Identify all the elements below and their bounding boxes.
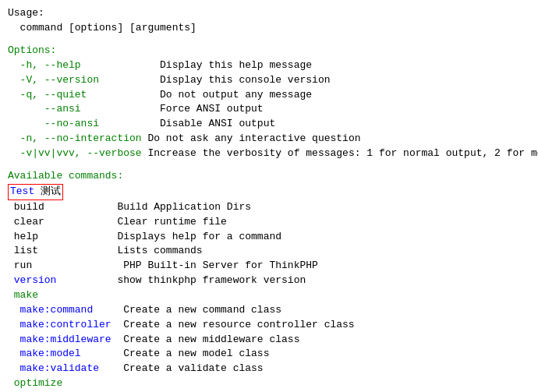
command-name: make:controller	[8, 319, 111, 330]
highlighted-command: Test测试	[8, 184, 63, 200]
command-desc: Create a new model class	[81, 348, 270, 359]
option-flag: -n, --no-interaction	[8, 132, 142, 144]
terminal-line: -n, --no-interaction Do not ask any inte…	[8, 132, 530, 147]
option-flag: -V, --version	[8, 74, 99, 86]
section-header: make	[8, 289, 38, 301]
terminal-line: Options:	[8, 44, 530, 58]
terminal-window: Usage: command [options] [arguments] Opt…	[0, 0, 538, 392]
terminal-line: make	[8, 288, 530, 303]
terminal-line	[8, 161, 530, 169]
terminal-line: command [options] [arguments]	[8, 21, 530, 36]
option-flag: -q, --quiet	[8, 89, 87, 101]
section-header: optimize	[8, 377, 62, 389]
terminal-line: make:model Create a new model class	[8, 347, 530, 362]
terminal-line: run PHP Built-in Server for ThinkPHP	[8, 259, 530, 274]
terminal-line: optimize	[8, 376, 530, 391]
option-desc: Do not output any message	[87, 89, 312, 101]
command-name: make:model	[8, 348, 81, 359]
terminal-line: -v|vv|vvv, --verbose Increase the verbos…	[8, 147, 530, 161]
terminal-line: version show thinkphp framework version	[8, 274, 530, 288]
terminal-line: clear Clear runtime file	[8, 215, 530, 230]
terminal-line: make:controller Create a new resource co…	[8, 318, 530, 333]
terminal-line: build Build Application Dirs	[8, 200, 530, 215]
command-name: version	[8, 274, 56, 286]
terminal-line: --ansi Force ANSI output	[8, 102, 530, 117]
terminal-line: -q, --quiet Do not output any message	[8, 88, 530, 103]
terminal-line: list Lists commands	[8, 244, 530, 259]
command-desc: show thinkphp framework version	[56, 274, 306, 286]
terminal-line: Available commands:	[8, 169, 530, 184]
terminal-line: Usage:	[8, 6, 530, 21]
command-name: make:command	[8, 304, 93, 316]
command-name: make:middleware	[8, 334, 111, 345]
terminal-line: --no-ansi Disable ANSI output	[8, 117, 530, 132]
section-header: Options:	[8, 44, 56, 56]
command-desc: Create a validate class	[99, 362, 264, 374]
terminal-line	[8, 36, 530, 44]
command-desc: Create a new command class	[93, 304, 281, 316]
option-desc: Disable ANSI output	[99, 118, 275, 129]
option-desc: Display this help message	[81, 59, 312, 71]
option-flag: -h, --help	[8, 59, 81, 71]
option-desc: Increase the verbosity of messages: 1 fo…	[142, 147, 538, 159]
terminal-line: make:command Create a new command class	[8, 303, 530, 318]
terminal-line: make:validate Create a validate class	[8, 362, 530, 376]
terminal-line: -h, --help Display this help message	[8, 58, 530, 73]
option-flag: -v|vv|vvv, --verbose	[8, 147, 142, 159]
option-desc: Display this console version	[99, 74, 330, 86]
option-flag: --no-ansi	[8, 118, 99, 129]
command-desc: Create a new middleware class	[111, 334, 300, 345]
option-desc: Do not ask any interactive question	[142, 132, 361, 144]
option-flag: --ansi	[8, 103, 81, 115]
terminal-line: help Displays help for a command	[8, 230, 530, 245]
section-header: Available commands:	[8, 170, 123, 182]
option-desc: Force ANSI output	[81, 103, 264, 115]
command-name: make:validate	[8, 362, 99, 374]
terminal-line: Test测试	[8, 184, 530, 200]
terminal-line: make:middleware Create a new middleware …	[8, 333, 530, 348]
command-desc: Create a new resource controller class	[111, 319, 355, 330]
terminal-content: Usage: command [options] [arguments] Opt…	[8, 6, 530, 392]
terminal-line: -V, --version Display this console versi…	[8, 73, 530, 88]
